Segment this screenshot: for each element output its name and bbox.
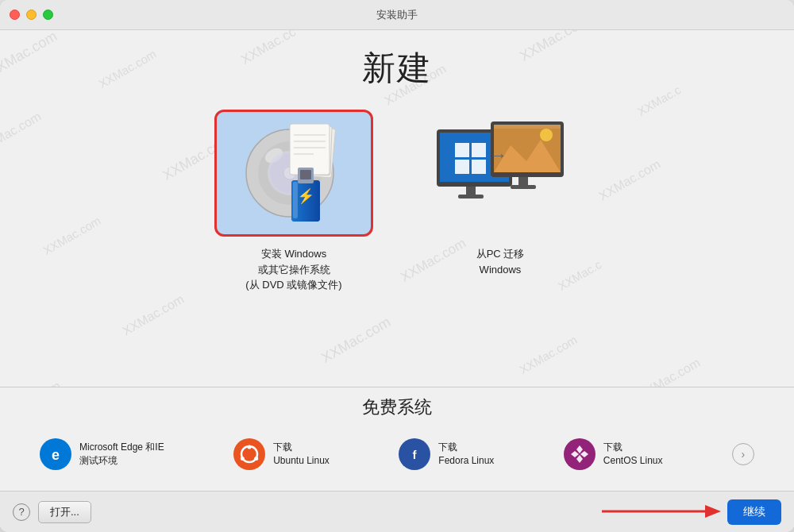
ubuntu-text: 下载 Ubuntu Linux [273,441,330,468]
svg-marker-46 [705,505,721,518]
svg-rect-33 [511,185,536,189]
fedora-logo: f [404,444,425,465]
ubuntu-icon [233,438,265,470]
svg-marker-44 [571,451,579,457]
svg-rect-22 [472,143,486,157]
migrate-svg: → [433,118,568,229]
svg-rect-21 [455,143,469,157]
edge-icon: e [40,438,71,470]
fedora-icon: f [399,438,430,470]
toolbar: ? 打开... 继续 [0,491,794,532]
svg-text:f: f [413,448,418,461]
svg-marker-43 [576,455,583,463]
install-windows-option[interactable]: ⚡ [214,110,373,293]
close-button[interactable] [10,10,20,20]
svg-marker-41 [576,445,583,453]
edge-logo: e [45,444,66,465]
titlebar: 安装助手 [0,0,794,30]
free-item-centos[interactable]: 下载 CentOS Linux [564,438,663,470]
free-section-title: 免费系统 [40,387,754,426]
app-window: 安装助手 XXMac.com XXMac.com XXMac.cc XXMac.… [0,0,794,532]
window-title: 安装助手 [376,8,418,22]
install-windows-icon-wrap: ⚡ [214,110,373,237]
toolbar-left: ? 打开... [13,501,91,523]
svg-text:e: e [52,447,60,463]
centos-icon [564,438,596,470]
svg-point-37 [248,445,252,449]
svg-rect-31 [494,125,561,129]
install-windows-label: 安装 Windows 或其它操作系统 (从 DVD 或镜像文件) [245,246,341,293]
edge-text: Microsoft Edge 和IE 测试环境 [79,441,164,468]
free-item-edge[interactable]: e Microsoft Edge 和IE 测试环境 [40,438,164,470]
migrate-icon-wrap: → [421,110,580,237]
main-content: XXMac.com XXMac.com XXMac.cc XXMac.com X… [0,30,794,491]
bottom-section: 免费系统 e Microsoft Edge 和IE 测试环境 [0,387,794,491]
top-section: 新建 [0,30,794,387]
help-button[interactable]: ? [13,503,30,521]
migrate-label: 从PC 迁移 Windows [476,246,525,277]
continue-button[interactable]: 继续 [727,499,781,525]
next-arrow[interactable]: › [732,443,754,465]
minimize-button[interactable] [26,10,37,20]
svg-rect-26 [458,195,484,199]
free-item-fedora[interactable]: f 下载 Fedora Linux [399,438,494,470]
svg-rect-24 [472,160,486,174]
fedora-text: 下载 Fedora Linux [438,441,494,468]
install-windows-svg: ⚡ [234,121,353,225]
free-item-ubuntu[interactable]: 下载 Ubuntu Linux [233,438,330,470]
svg-rect-8 [290,124,330,175]
ubuntu-logo [239,444,260,465]
svg-text:⚡: ⚡ [297,187,315,205]
svg-rect-23 [455,160,469,174]
svg-point-39 [241,457,245,461]
open-button[interactable]: 打开... [38,501,91,523]
options-row: ⚡ [214,110,580,293]
centos-logo [569,444,590,465]
svg-text:→: → [490,145,507,165]
svg-point-38 [254,457,258,461]
svg-rect-16 [300,170,311,179]
traffic-lights [10,10,53,20]
svg-rect-25 [466,187,476,195]
svg-rect-32 [518,177,528,185]
maximize-button[interactable] [43,10,53,20]
svg-point-30 [540,129,553,141]
migrate-option[interactable]: → 从PC 迁移 Windows [421,110,580,277]
centos-text: 下载 CentOS Linux [603,441,663,468]
free-systems-row: e Microsoft Edge 和IE 测试环境 [40,426,754,491]
arrow-annotation [602,495,729,527]
svg-marker-42 [580,451,588,457]
new-section-title: 新建 [362,46,432,91]
svg-rect-18 [293,182,298,218]
